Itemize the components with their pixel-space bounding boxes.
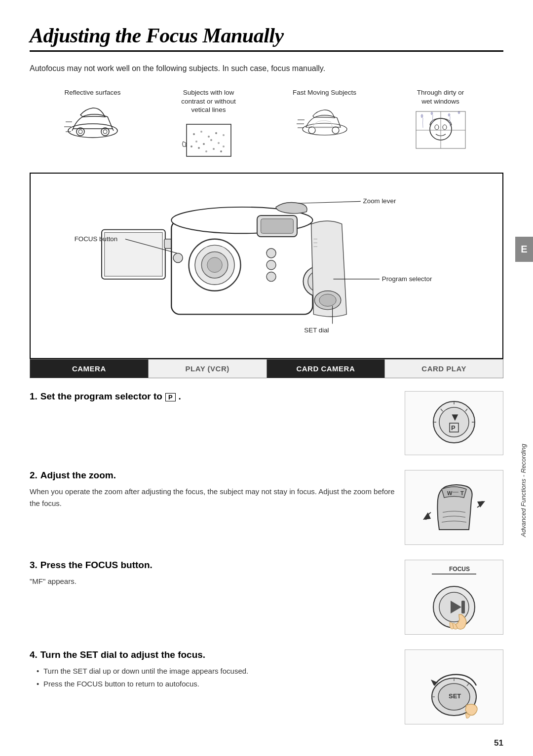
svg-text:SET dial: SET dial bbox=[304, 326, 329, 333]
step-4-row: 4. Turn the SET dial to adjust the focus… bbox=[30, 649, 503, 724]
step-1-row: 1. Set the program selector to P . ▼ P bbox=[30, 391, 503, 455]
svg-point-47 bbox=[266, 248, 276, 257]
step-3-heading: 3. Press the FOCUS button. bbox=[30, 560, 395, 571]
step-1-heading: 1. Set the program selector to P . bbox=[30, 391, 395, 402]
intro-text: Autofocus may not work well on the follo… bbox=[30, 63, 503, 74]
side-label: Advanced Functions - Recording bbox=[519, 444, 528, 537]
subject-reflective: Reflective surfaces bbox=[48, 88, 137, 142]
tab-camera[interactable]: CAMERA bbox=[30, 360, 149, 378]
svg-text:SET: SET bbox=[449, 692, 461, 700]
svg-rect-46 bbox=[261, 218, 294, 233]
svg-point-24 bbox=[303, 123, 347, 135]
step-4-heading: 4. Turn the SET dial to adjust the focus… bbox=[30, 649, 395, 660]
subject-dirty-window: Through dirty orwet windows bbox=[396, 88, 485, 150]
svg-point-10 bbox=[200, 131, 202, 133]
svg-text:FOCUS: FOCUS bbox=[449, 566, 470, 573]
tab-bar: CAMERA PLAY (VCR) CARD CAMERA CARD PLAY bbox=[30, 359, 503, 378]
svg-point-60 bbox=[173, 253, 183, 262]
camera-diagram-box: ▼ P Zoom lever FOCUS button Progr bbox=[30, 173, 503, 359]
svg-text:T: T bbox=[460, 490, 464, 496]
p-symbol: P bbox=[165, 393, 176, 401]
subject-dirty-window-img bbox=[411, 110, 470, 150]
step-2-diagram: W T bbox=[412, 470, 496, 544]
subjects-row: Reflective surfaces Subjects with lowc bbox=[30, 88, 503, 159]
svg-text:FOCUS button: FOCUS button bbox=[75, 235, 118, 242]
tab-play-vcr[interactable]: PLAY (VCR) bbox=[149, 360, 267, 378]
svg-point-23 bbox=[220, 150, 222, 152]
svg-text:Zoom lever: Zoom lever bbox=[363, 197, 396, 205]
subject-dirty-window-label: Through dirty orwet windows bbox=[417, 88, 464, 106]
svg-point-4 bbox=[103, 130, 107, 134]
svg-point-16 bbox=[210, 139, 212, 141]
step-3-diagram: FOCUS bbox=[412, 560, 496, 634]
page-title: Adjusting the Focus Manually bbox=[30, 24, 503, 47]
svg-point-3 bbox=[78, 130, 82, 134]
svg-text:Program selector: Program selector bbox=[382, 275, 432, 282]
step-4-img-box: SET bbox=[405, 649, 503, 724]
step-3-row: 3. Press the FOCUS button. "MF" appears.… bbox=[30, 560, 503, 635]
svg-point-56 bbox=[319, 294, 336, 306]
svg-text:P: P bbox=[451, 424, 456, 432]
steps-area: 1. Set the program selector to P . ▼ P bbox=[30, 391, 503, 739]
camera-diagram-svg: ▼ P Zoom lever FOCUS button Progr bbox=[40, 188, 493, 346]
subject-low-contrast-label: Subjects with lowcontrast or withoutveti… bbox=[181, 88, 235, 114]
svg-point-44 bbox=[207, 257, 223, 273]
svg-point-14 bbox=[195, 141, 197, 143]
svg-line-61 bbox=[299, 201, 361, 203]
side-tab-letter: E bbox=[521, 244, 527, 255]
svg-rect-8 bbox=[187, 124, 231, 156]
side-tab: E bbox=[515, 237, 533, 262]
step-3-text: 3. Press the FOCUS button. "MF" appears. bbox=[30, 560, 395, 589]
step-4-bullet-1: Turn the SET dial up or down until the i… bbox=[37, 665, 395, 677]
tab-card-play[interactable]: CARD PLAY bbox=[385, 360, 503, 378]
page-number: 51 bbox=[494, 738, 503, 748]
svg-point-11 bbox=[208, 136, 210, 138]
subject-low-contrast-img bbox=[179, 119, 238, 159]
svg-point-49 bbox=[266, 272, 276, 281]
svg-text:▼: ▼ bbox=[450, 411, 460, 423]
svg-point-22 bbox=[205, 150, 207, 152]
step-2-body: When you operate the zoom after adjustin… bbox=[30, 486, 395, 509]
step-3-body: "MF" appears. bbox=[30, 576, 395, 587]
svg-text:W: W bbox=[447, 490, 453, 496]
subject-reflective-label: Reflective surfaces bbox=[64, 88, 120, 97]
page-container: E Adjusting the Focus Manually Autofocus… bbox=[0, 0, 533, 756]
subject-fast-moving-label: Fast Moving Subjects bbox=[293, 88, 356, 97]
svg-point-18 bbox=[198, 147, 200, 149]
svg-point-17 bbox=[218, 142, 220, 144]
subject-fast-moving-img bbox=[295, 102, 354, 142]
step-1-text: 1. Set the program selector to P . bbox=[30, 391, 395, 407]
svg-point-15 bbox=[203, 143, 205, 145]
subject-low-contrast: Subjects with lowcontrast or withoutveti… bbox=[164, 88, 253, 159]
step-1-diagram: ▼ P bbox=[412, 394, 496, 453]
step-4-diagram: SET bbox=[412, 650, 496, 724]
svg-point-48 bbox=[266, 260, 276, 269]
svg-rect-87 bbox=[461, 601, 465, 613]
svg-point-19 bbox=[213, 148, 215, 150]
step-1-img-box: ▼ P bbox=[405, 391, 503, 455]
step-4-bullets: Turn the SET dial up or down until the i… bbox=[30, 665, 395, 690]
svg-point-26 bbox=[332, 127, 339, 134]
svg-point-32 bbox=[443, 125, 447, 130]
step-2-heading: 2. Adjust the zoom. bbox=[30, 470, 395, 481]
step-2-text: 2. Adjust the zoom. When you operate the… bbox=[30, 470, 395, 511]
svg-point-12 bbox=[215, 132, 217, 134]
step-2-row: 2. Adjust the zoom. When you operate the… bbox=[30, 470, 503, 545]
subject-fast-moving: Fast Moving Subjects bbox=[280, 88, 369, 142]
svg-point-21 bbox=[190, 145, 192, 147]
step-3-img-box: FOCUS bbox=[405, 560, 503, 635]
title-underline bbox=[30, 50, 503, 52]
tab-card-camera[interactable]: CARD CAMERA bbox=[267, 360, 385, 378]
svg-point-0 bbox=[68, 124, 117, 138]
step-4-bullet-2: Press the FOCUS button to return to auto… bbox=[37, 678, 395, 690]
svg-point-31 bbox=[435, 125, 439, 130]
step-2-img-box: W T bbox=[405, 470, 503, 545]
svg-point-20 bbox=[223, 145, 225, 147]
subject-reflective-img bbox=[63, 102, 122, 142]
svg-point-9 bbox=[193, 133, 195, 135]
step-4-text: 4. Turn the SET dial to adjust the focus… bbox=[30, 649, 395, 691]
svg-point-13 bbox=[223, 134, 225, 136]
